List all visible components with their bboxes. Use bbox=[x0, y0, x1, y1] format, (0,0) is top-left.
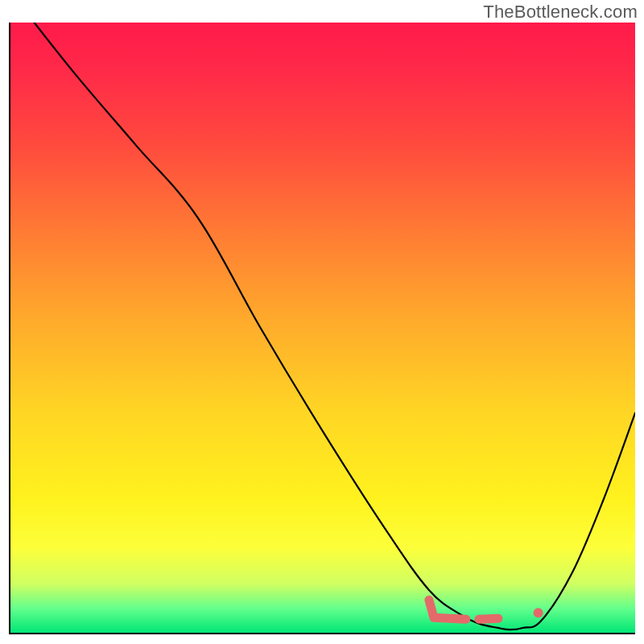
chart-canvas: TheBottleneck.com bbox=[0, 0, 644, 644]
optimal-range-marker bbox=[429, 600, 498, 619]
watermark-text: TheBottleneck.com bbox=[483, 2, 638, 23]
chart-svg bbox=[10, 23, 635, 633]
optimal-point-dot bbox=[534, 608, 543, 617]
bottleneck-curve bbox=[10, 23, 635, 630]
